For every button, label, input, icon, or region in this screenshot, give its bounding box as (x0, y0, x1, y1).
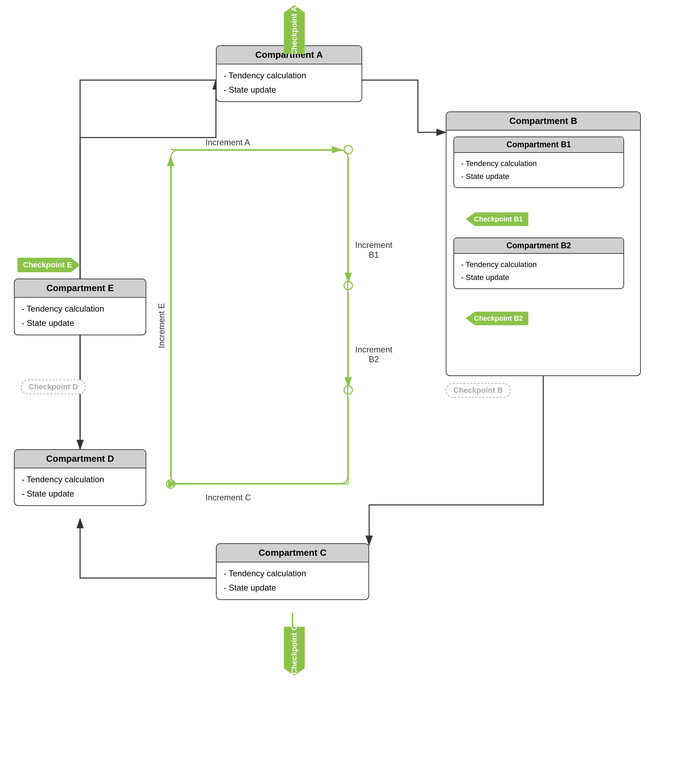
diagram: Compartment A Tendency calculation State… (0, 0, 700, 764)
checkpoint-d-dashed-text: Checkpoint D (28, 382, 78, 391)
compartment-a-item1: Tendency calculation (224, 69, 354, 83)
compartment-b2-item1: Tendency calculation (461, 258, 616, 271)
compartment-b2-body: Tendency calculation State update (454, 254, 623, 288)
compartment-c: Compartment C Tendency calculation State… (216, 543, 369, 600)
compartment-a-body: Tendency calculation State update (217, 64, 362, 101)
compartment-b-outer: Compartment B Compartment B1 Tendency ca… (446, 111, 641, 376)
compartment-b2-header: Compartment B2 (454, 238, 623, 254)
compartment-d: Compartment D Tendency calculation State… (14, 449, 146, 506)
increment-c-label: Increment C (205, 493, 251, 503)
compartment-c-item1: Tendency calculation (224, 567, 362, 581)
checkpoint-d-dashed: Checkpoint D (21, 380, 86, 394)
compartment-c-header: Compartment C (217, 544, 368, 562)
compartment-b1-header: Compartment B1 (454, 137, 623, 153)
checkpoint-b2-text: Checkpoint B2 (474, 315, 523, 322)
compartment-b1: Compartment B1 Tendency calculation Stat… (453, 136, 624, 188)
compartment-e-item2: State update (22, 316, 139, 330)
checkpoint-c-label: Checkpoint C (284, 627, 305, 676)
compartment-c-body: Tendency calculation State update (217, 562, 368, 599)
increment-a-label: Increment A (205, 138, 250, 147)
checkpoint-b-dashed-label: Checkpoint B (446, 383, 511, 398)
checkpoint-b-dashed: Checkpoint B (446, 383, 511, 398)
checkpoint-b1: Checkpoint B1 (453, 211, 540, 227)
compartment-b1-body: Tendency calculation State update (454, 153, 623, 187)
checkpoint-b2-label: Checkpoint B2 (466, 312, 528, 325)
checkpoint-b-dashed-text: Checkpoint B (453, 386, 503, 395)
checkpoint-e: Checkpoint E (17, 258, 80, 272)
compartment-d-item1: Tendency calculation (22, 473, 139, 487)
compartment-d-header: Compartment D (15, 450, 146, 468)
compartment-e: Compartment E Tendency calculation State… (14, 279, 146, 335)
compartment-c-item2: State update (224, 581, 362, 595)
checkpoint-b1-text: Checkpoint B1 (474, 215, 523, 223)
increment-b2-label: IncrementB2 (355, 345, 393, 364)
compartment-b2: Compartment B2 Tendency calculation Stat… (453, 238, 624, 289)
compartment-e-item1: Tendency calculation (22, 302, 139, 316)
compartment-d-body: Tendency calculation State update (15, 468, 146, 505)
increment-b1-label: IncrementB1 (355, 240, 393, 260)
checkpoint-a-text: Checkpoint A (290, 6, 299, 56)
compartment-b-header: Compartment B (446, 112, 640, 131)
checkpoint-d-dashed-label: Checkpoint D (21, 380, 86, 394)
increment-e-label: Increment E (157, 285, 166, 348)
compartment-d-item2: State update (22, 487, 139, 501)
checkpoint-e-label: Checkpoint E (17, 258, 80, 272)
checkpoint-e-text: Checkpoint E (23, 260, 72, 269)
compartment-b1-item2: State update (461, 170, 616, 183)
checkpoint-c: Checkpoint C (251, 627, 338, 679)
checkpoint-b1-label: Checkpoint B1 (466, 213, 528, 226)
compartment-e-body: Tendency calculation State update (15, 298, 146, 335)
compartment-e-header: Compartment E (15, 279, 146, 298)
compartment-a-item2: State update (224, 83, 354, 97)
compartment-b1-item1: Tendency calculation (461, 157, 616, 170)
checkpoint-b2: Checkpoint B2 (453, 311, 540, 326)
checkpoint-a-label: Checkpoint A (284, 5, 305, 54)
inner-loop (171, 150, 348, 484)
compartment-b2-item2: State update (461, 271, 616, 284)
checkpoint-a: Checkpoint A (251, 3, 338, 56)
checkpoint-c-text: Checkpoint C (290, 625, 299, 675)
